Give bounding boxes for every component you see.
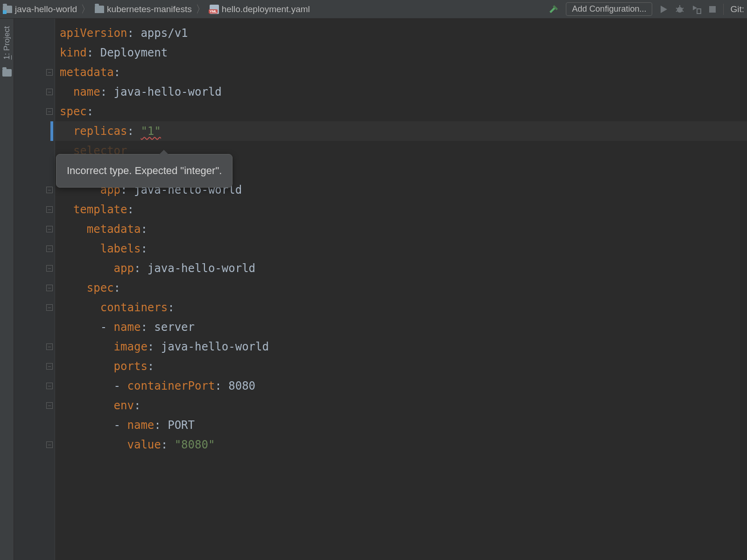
- fold-handle-icon[interactable]: [46, 343, 53, 350]
- error-tooltip: Incorrect type. Expected "integer".: [56, 154, 233, 188]
- yaml-key: labels: [100, 242, 141, 255]
- yaml-key: containers: [100, 301, 168, 314]
- yaml-key: spec: [60, 105, 87, 118]
- yaml-key: name: [114, 321, 141, 334]
- fold-handle-icon[interactable]: [46, 402, 53, 409]
- yaml-key: env: [114, 399, 134, 412]
- yaml-key: replicas: [73, 125, 127, 138]
- chevron-right-icon: 〉: [81, 4, 91, 14]
- breadcrumb: java-hello-world 〉 kubernetes-manifests …: [3, 4, 548, 14]
- fold-handle-icon[interactable]: [46, 108, 53, 115]
- yaml-value: java-hello-world: [161, 340, 269, 353]
- fold-handle-icon[interactable]: [46, 206, 53, 213]
- yaml-key: image: [114, 340, 148, 353]
- folder-icon: [95, 6, 104, 13]
- yaml-key: name: [73, 85, 100, 98]
- yaml-file-icon: [210, 5, 219, 14]
- yaml-key: name: [127, 419, 155, 432]
- breadcrumb-project-label: java-hello-world: [15, 4, 77, 14]
- fold-handle-icon[interactable]: [46, 383, 53, 389]
- yaml-key: app: [114, 262, 134, 275]
- fold-handle-icon[interactable]: [46, 265, 53, 272]
- breadcrumb-project[interactable]: java-hello-world: [3, 4, 77, 14]
- svg-point-0: [677, 7, 683, 13]
- editor-gutter[interactable]: [14, 19, 55, 560]
- top-toolbar: java-hello-world 〉 kubernetes-manifests …: [0, 0, 747, 19]
- run-icon[interactable]: [659, 5, 668, 14]
- stop-icon[interactable]: [708, 5, 717, 14]
- yaml-key: apiVersion: [60, 27, 127, 40]
- yaml-key: metadata: [87, 223, 141, 236]
- run-with-coverage-icon[interactable]: [691, 4, 702, 14]
- yaml-value: PORT: [168, 419, 195, 432]
- chevron-right-icon: 〉: [196, 4, 206, 14]
- svg-rect-6: [709, 6, 716, 13]
- left-tool-strip: 1: Project: [0, 19, 14, 560]
- svg-line-5: [682, 11, 684, 12]
- yaml-value: java-hello-world: [148, 262, 255, 275]
- fold-handle-icon[interactable]: [46, 363, 53, 370]
- fold-handle-icon[interactable]: [46, 69, 53, 76]
- yaml-value: java-hello-world: [114, 85, 222, 98]
- fold-handle-icon[interactable]: [46, 187, 53, 193]
- svg-line-2: [676, 8, 677, 9]
- yaml-value: "8080": [175, 438, 215, 451]
- breadcrumb-folder-label: kubernetes-manifests: [107, 4, 192, 14]
- breadcrumb-file-label: hello.deployment.yaml: [222, 4, 310, 14]
- yaml-key: template: [73, 203, 127, 216]
- project-tool-tab-label: 1: Project: [2, 26, 12, 60]
- toolbar-right: Add Configuration... Git:: [548, 2, 744, 16]
- yaml-key: value: [127, 438, 161, 451]
- toolbar-separator: [723, 4, 724, 15]
- git-label[interactable]: Git:: [730, 4, 744, 14]
- yaml-value: apps/v1: [141, 27, 188, 40]
- yaml-key: metadata: [60, 66, 114, 79]
- yaml-key: ports: [114, 360, 148, 373]
- yaml-key: spec: [87, 281, 114, 294]
- yaml-value: Deployment: [100, 46, 168, 59]
- project-files-icon[interactable]: [2, 69, 12, 77]
- yaml-key: containerPort: [127, 379, 215, 392]
- project-tool-tab[interactable]: 1: Project: [2, 23, 12, 63]
- fold-handle-icon[interactable]: [46, 304, 53, 311]
- svg-line-4: [676, 11, 677, 12]
- debug-icon[interactable]: [675, 4, 685, 14]
- svg-line-3: [682, 8, 684, 9]
- code-area[interactable]: apiVersion: apps/v1 kind: Deployment met…: [55, 19, 747, 560]
- fold-handle-icon[interactable]: [46, 226, 53, 232]
- breadcrumb-folder[interactable]: kubernetes-manifests: [95, 4, 192, 14]
- yaml-key: kind: [60, 46, 87, 59]
- fold-handle-icon[interactable]: [46, 89, 53, 95]
- highlighted-line[interactable]: replicas: "1": [55, 121, 747, 141]
- add-configuration-button[interactable]: Add Configuration...: [566, 2, 652, 16]
- yaml-error-value: "1": [141, 125, 161, 138]
- fold-handle-icon[interactable]: [46, 245, 53, 252]
- fold-handle-icon[interactable]: [46, 441, 53, 448]
- error-tooltip-text: Incorrect type. Expected "integer".: [67, 165, 222, 176]
- code-editor[interactable]: apiVersion: apps/v1 kind: Deployment met…: [14, 19, 747, 560]
- fold-handle-icon[interactable]: [46, 285, 53, 291]
- module-folder-icon: [3, 6, 12, 13]
- build-hammer-icon[interactable]: [548, 4, 559, 15]
- yaml-value: 8080: [228, 379, 255, 392]
- breadcrumb-file[interactable]: hello.deployment.yaml: [210, 4, 310, 14]
- yaml-value: server: [154, 321, 195, 334]
